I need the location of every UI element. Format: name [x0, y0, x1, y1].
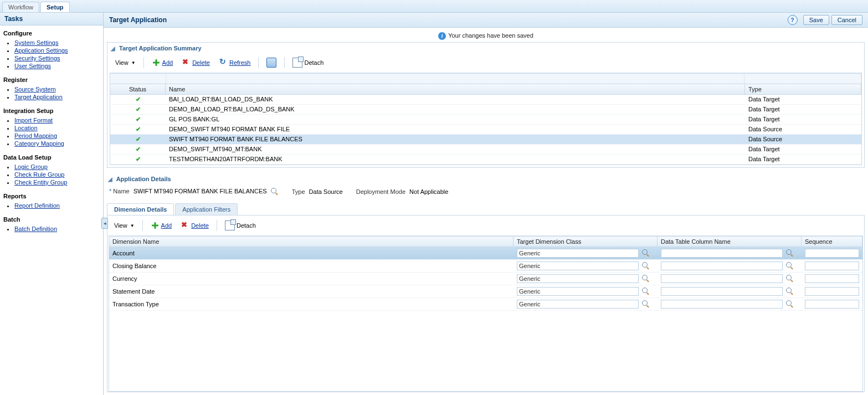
sidebar-item[interactable]: Application Settings	[14, 47, 101, 54]
target-class-input[interactable]	[517, 261, 639, 270]
search-icon[interactable]	[786, 262, 794, 270]
table-row[interactable]: Account	[109, 247, 862, 260]
table-row[interactable]: Closing Balance	[109, 260, 862, 273]
sidebar-link[interactable]: Check Entity Group	[14, 179, 67, 186]
search-icon[interactable]	[786, 300, 794, 308]
table-row[interactable]: SWIFT MT940 FORMAT BANK FILE BALANCESDat…	[110, 135, 861, 145]
sidebar-item[interactable]: Source System	[14, 85, 101, 93]
sequence-input[interactable]	[805, 287, 859, 296]
data-table-col-input[interactable]	[661, 274, 783, 283]
search-icon[interactable]	[642, 288, 650, 295]
sequence-input[interactable]	[805, 300, 859, 309]
sidebar-link[interactable]: Check Rule Group	[14, 171, 65, 178]
search-icon[interactable]	[786, 275, 794, 283]
col-status[interactable]: Status	[110, 84, 166, 94]
sidebar-item[interactable]: Category Mapping	[14, 140, 101, 147]
disclose-icon[interactable]: ◢	[108, 176, 112, 182]
search-icon[interactable]	[786, 249, 794, 257]
col-sequence[interactable]: Sequence	[802, 237, 862, 247]
type-cell: Data Target	[745, 115, 861, 124]
sequence-input[interactable]	[805, 249, 859, 258]
col-target-class[interactable]: Target Dimension Class	[513, 237, 658, 247]
sidebar-link[interactable]: Report Definition	[14, 202, 60, 209]
view-menu[interactable]: View▼	[111, 220, 138, 230]
table-row[interactable]: DEMO_SWIFT MT940 FORMAT BANK FILEData So…	[110, 125, 861, 135]
tab-application-filters[interactable]: Application Filters	[175, 203, 238, 215]
sidebar-link[interactable]: Target Application	[14, 94, 63, 100]
table-row[interactable]: TESTMORETHAN20ATTRFORDM:BANKData Target	[110, 155, 861, 165]
target-class-input[interactable]	[517, 300, 639, 309]
search-icon[interactable]	[642, 249, 650, 257]
data-table-col-input[interactable]	[661, 249, 783, 258]
help-icon[interactable]: ?	[788, 15, 798, 25]
search-icon[interactable]	[271, 188, 279, 196]
sidebar-link[interactable]: Batch Definition	[14, 225, 57, 232]
sidebar-item[interactable]: Target Application	[14, 93, 101, 101]
table-row[interactable]: GL POS BANK:GLData Target	[110, 115, 861, 125]
view-menu[interactable]: View▼	[112, 58, 139, 68]
sidebar-item[interactable]: Check Entity Group	[14, 178, 101, 186]
target-class-input[interactable]	[517, 249, 639, 258]
sidebar-item[interactable]: System Settings	[14, 39, 101, 47]
sidebar-link[interactable]: Logic Group	[14, 163, 48, 170]
data-table-col-input[interactable]	[661, 261, 783, 270]
sidebar-link[interactable]: Source System	[14, 86, 56, 93]
data-table-col-input[interactable]	[661, 300, 783, 309]
data-table-col-input[interactable]	[661, 287, 783, 296]
sidebar-item[interactable]: Period Mapping	[14, 132, 101, 140]
format-button[interactable]	[263, 56, 280, 69]
detach-icon	[292, 58, 302, 68]
search-icon[interactable]	[642, 262, 650, 270]
table-row[interactable]: BAI_LOAD_RT:BAI_LOAD_DS_BANKData Target	[110, 95, 861, 105]
sidebar-link[interactable]: Location	[14, 125, 38, 131]
sidebar-item[interactable]: Import Format	[14, 116, 101, 124]
target-class-input[interactable]	[517, 274, 639, 283]
sidebar-item[interactable]: User Settings	[14, 62, 101, 70]
dim-class-cell	[513, 248, 658, 259]
search-icon[interactable]	[786, 288, 794, 295]
sidebar-item[interactable]: Logic Group	[14, 163, 101, 171]
splitter-handle[interactable]: ◂	[101, 218, 108, 229]
table-row[interactable]: DEMO_SWIFT_MT940_MT:BANKData Target	[110, 145, 861, 155]
sidebar-link[interactable]: Period Mapping	[14, 132, 57, 139]
sidebar-item[interactable]: Check Rule Group	[14, 171, 101, 178]
sidebar-link[interactable]: Category Mapping	[14, 140, 64, 147]
sidebar-item[interactable]: Report Definition	[14, 202, 101, 209]
tab-setup[interactable]: Setup	[40, 2, 70, 12]
delete-button[interactable]: Delete	[177, 219, 212, 232]
delete-button[interactable]: Delete	[178, 57, 213, 69]
table-row[interactable]: DEMO_BAI_LOAD_RT:BAI_LOAD_DS_BANKData Ta…	[110, 105, 861, 115]
refresh-button[interactable]: Refresh	[215, 57, 254, 69]
sidebar-link[interactable]: User Settings	[14, 63, 51, 69]
add-button[interactable]: Add	[147, 219, 176, 232]
search-icon[interactable]	[642, 300, 650, 308]
table-row[interactable]: Transaction Type	[109, 298, 862, 311]
save-button[interactable]: Save	[803, 15, 829, 25]
sequence-input[interactable]	[805, 261, 859, 270]
table-row[interactable]: Statement Date	[109, 285, 862, 298]
sequence-input[interactable]	[805, 274, 859, 283]
sidebar-item[interactable]: Batch Definition	[14, 225, 101, 233]
search-icon[interactable]	[642, 275, 650, 283]
col-name[interactable]: Name	[166, 84, 745, 94]
sidebar-item[interactable]: Location	[14, 124, 101, 132]
x-icon	[181, 221, 189, 230]
check-icon	[136, 156, 141, 163]
col-data-table-col[interactable]: Data Table Column Name	[658, 237, 802, 247]
col-dimension-name[interactable]: Dimension Name	[109, 237, 513, 247]
detach-button[interactable]: Detach	[222, 219, 259, 232]
target-class-input[interactable]	[517, 287, 639, 296]
detach-button[interactable]: Detach	[289, 56, 327, 69]
sidebar-link[interactable]: Application Settings	[14, 47, 68, 54]
cancel-button[interactable]: Cancel	[831, 15, 862, 25]
sidebar-link[interactable]: System Settings	[14, 39, 58, 46]
sidebar-link[interactable]: Security Settings	[14, 55, 60, 61]
add-button[interactable]: Add	[148, 57, 177, 69]
col-type[interactable]: Type	[745, 84, 861, 94]
tab-workflow[interactable]: Workflow	[2, 2, 39, 12]
sidebar-item[interactable]: Security Settings	[14, 54, 101, 62]
tab-dimension-details[interactable]: Dimension Details	[107, 203, 174, 215]
sidebar-link[interactable]: Import Format	[14, 117, 53, 124]
table-row[interactable]: Currency	[109, 273, 862, 285]
disclose-icon[interactable]: ◢	[111, 45, 115, 52]
